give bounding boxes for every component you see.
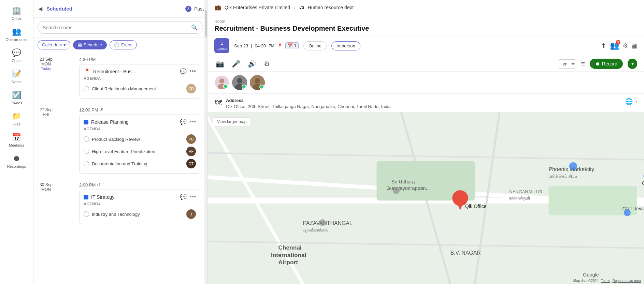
speaker-button[interactable]: 🔊 — [246, 58, 258, 69]
event-more-button[interactable]: ••• — [189, 193, 196, 200]
svg-text:நங்கநல்லூர்: நங்கநல்லூர் — [509, 195, 530, 201]
time-label: 2:00 PM ↺ — [58, 182, 203, 188]
event-name: Release Planning — [91, 119, 177, 125]
settings-icon[interactable]: ⚙ — [622, 42, 628, 49]
room-actions-left: ≡ Agenda Sep 23 | 04:30 PM 📍 📅 1 Online … — [214, 38, 360, 53]
sidebar-item-office[interactable]: 🏢 Office — [0, 3, 33, 24]
map-svg: MEENAMBAKKAM மீனாம்பாக்கம் Sri Utthara G… — [207, 112, 644, 284]
schedule-button[interactable]: ▦ Schedule — [73, 40, 107, 49]
sidebar-item-one-on-ones[interactable]: 👥 One-on-ones — [0, 24, 33, 45]
agenda-item-text: Industry and Technology — [92, 212, 184, 217]
camera-button[interactable]: 📷 — [214, 58, 226, 69]
sidebar-item-to-dos[interactable]: ☑️ To-dos — [0, 87, 33, 108]
svg-text:மார்க்கெட் சிட்டி: மார்க்கெட் சிட்டி — [549, 174, 578, 179]
svg-point-2 — [218, 84, 226, 90]
event-card-recruitment[interactable]: 📍 Recruitment - Busi... 💬 ••• AGENDA Cli… — [79, 64, 200, 99]
inperson-button[interactable]: In-person — [331, 41, 360, 50]
sidebar-item-files[interactable]: 📁 Files — [0, 108, 33, 130]
record-dot-icon: ⏺ — [595, 61, 600, 66]
date-weekday: MON — [41, 62, 51, 66]
agenda-item-text: Documentation and Training — [92, 161, 184, 166]
panel: ◀ Scheduled 3 Past 🔍 Calendars ▾ ▦ Sched… — [33, 0, 207, 284]
sidebar-item-label: Recordings — [7, 164, 26, 168]
avatar: PB — [186, 134, 196, 144]
settings-gear-button[interactable]: ⚙ — [262, 58, 271, 69]
sidebar-item-recordings[interactable]: ⏺ Recordings — [0, 151, 33, 172]
chat-bubble-icon: 💬 — [180, 68, 187, 75]
svg-rect-48 — [411, 198, 411, 198]
address-content: Address Qik Office, 26th Street, Thillai… — [226, 98, 621, 109]
events-list: 23 Sep MON Today 4:30 PM 📍 Recruitment -… — [33, 52, 207, 284]
event-more-button[interactable]: ••• — [189, 118, 196, 125]
sidebar: 🏢 Office 👥 One-on-ones 💬 Chats 📝 Notes ☑… — [0, 0, 33, 284]
address-right: 🌐 › — [625, 98, 637, 105]
company-icon: 💼 — [214, 4, 221, 11]
event-more-button[interactable]: ••• — [189, 68, 196, 75]
agenda-item: Industry and Technology IT — [84, 208, 196, 220]
search-input[interactable] — [43, 25, 188, 30]
agenda-item: Documentation and Training DT — [84, 158, 196, 170]
svg-text:Qik Office: Qik Office — [465, 204, 487, 209]
event-card-release-planning[interactable]: Release Planning 💬 ••• AGENDA Product Ba… — [79, 115, 200, 174]
map-container: MEENAMBAKKAM மீனாம்பாக்கம் Sri Utthara G… — [207, 112, 644, 284]
time-label: 12:00 PM ↺ — [58, 107, 203, 113]
agenda-item: Client Relationship Management CR — [84, 83, 196, 95]
globe-icon[interactable]: 🌐 — [625, 98, 633, 105]
clock-icon: 🕐 — [114, 42, 119, 47]
svg-text:International: International — [271, 252, 306, 258]
view-larger-map-button[interactable]: View larger map — [213, 117, 251, 126]
session-info: Sep 23 | 04:30 PM 📍 📅 1 — [234, 42, 299, 49]
sidebar-item-meetings[interactable]: 📅 Meetings — [0, 130, 33, 151]
event-name: IT Strategy — [91, 194, 177, 200]
date-info: 23 Sep MON Today — [38, 57, 55, 71]
panel-header: ◀ Scheduled 3 Past — [33, 0, 207, 18]
calendars-button[interactable]: Calendars ▾ — [38, 40, 70, 49]
room-actions-bar: ≡ Agenda Sep 23 | 04:30 PM 📍 📅 1 Online … — [207, 35, 644, 56]
agenda-checkbox — [84, 149, 89, 154]
session-period: PM — [269, 44, 274, 48]
breadcrumb-dept: Human resource dept — [308, 5, 354, 10]
office-icon: 🏢 — [12, 6, 21, 15]
breadcrumb-bar: 💼 Qik Enterprises Private Limited › 🗂 Hu… — [207, 0, 644, 15]
svg-point-42 — [569, 162, 577, 170]
agenda-button[interactable]: ≡ Agenda — [214, 38, 229, 53]
caption-button[interactable]: ≡ — [581, 60, 585, 68]
date-day: 27 Sep — [40, 107, 53, 112]
calendar-badge: 📅 1 — [285, 42, 299, 49]
svg-point-44 — [624, 209, 631, 216]
past-button[interactable]: Past — [194, 6, 204, 12]
svg-text:Chennai: Chennai — [278, 244, 302, 251]
breadcrumb-separator: › — [294, 4, 295, 11]
svg-point-46 — [393, 187, 400, 194]
sidebar-item-notes[interactable]: 📝 Notes — [0, 66, 33, 87]
collapse-panel-button[interactable]: ◀ — [37, 4, 44, 13]
layout-icon[interactable]: ▦ — [631, 42, 637, 49]
participant-avatar-2 — [232, 75, 247, 90]
main-area: 💼 Qik Enterprises Private Limited › 🗂 Hu… — [207, 0, 644, 284]
svg-point-7 — [255, 78, 260, 84]
schedule-icon: ▦ — [78, 42, 82, 47]
record-dropdown-button[interactable]: ▾ — [628, 59, 637, 69]
event-button[interactable]: 🕐 Event — [110, 40, 137, 49]
agenda-checkbox — [84, 211, 89, 217]
map-terms-link[interactable]: Terms — [601, 279, 610, 283]
sidebar-item-chats[interactable]: 💬 Chats — [0, 45, 33, 66]
address-text: Qik Office, 26th Street, Thillaiganga Na… — [226, 104, 621, 109]
participants-row — [207, 72, 644, 94]
avatar: DT — [186, 159, 196, 168]
share-icon[interactable]: ⬆ — [601, 42, 606, 50]
sidebar-item-label: Files — [13, 122, 20, 126]
date-weekday: MON — [41, 187, 51, 192]
search-icon: 🔍 — [191, 24, 198, 31]
record-button[interactable]: ⏺ Record — [590, 59, 623, 69]
chat-bubble-icon: 💬 — [180, 194, 187, 200]
room-label: Room — [214, 19, 637, 24]
meetings-icon: 📅 — [12, 133, 21, 142]
event-card-it-strategy[interactable]: IT Strategy 💬 ••• AGENDA Industry and Te… — [79, 190, 200, 224]
map-report-link[interactable]: Report a map error — [613, 279, 641, 283]
language-selector[interactable]: en — [558, 59, 576, 69]
sidebar-item-label: Notes — [12, 80, 22, 84]
search-container: 🔍 — [33, 18, 207, 38]
online-button[interactable]: Online — [303, 41, 327, 50]
microphone-button[interactable]: 🎤 — [230, 58, 242, 69]
